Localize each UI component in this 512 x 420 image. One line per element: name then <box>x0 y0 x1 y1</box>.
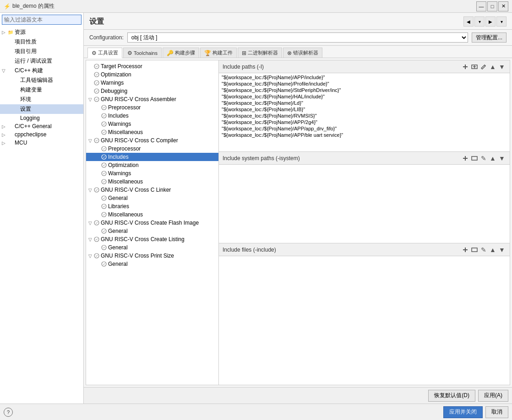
inc-path-item[interactable]: "${workspace_loc:/${ProjName}/APP/includ… <box>220 74 509 81</box>
main-container: ▷ 📁 资源 项目性质 项目引用 运行 / 调试设置 ▽ C/C++ 构建 工具… <box>0 13 512 404</box>
restore-defaults-button[interactable]: 恢复默认值(D) <box>428 390 475 402</box>
sys-add-button[interactable] <box>461 154 469 162</box>
content-tree-item-c-preprocessor[interactable]: Preprocessor <box>86 145 218 153</box>
content-tree-item-listing-general[interactable]: General <box>86 243 218 252</box>
inc-down-button[interactable]: ▼ <box>498 63 506 71</box>
left-tree-item-build-vars[interactable]: 构建变量 <box>0 85 83 95</box>
left-tree-item-env[interactable]: 环境 <box>0 95 83 104</box>
content-tree-item-warnings[interactable]: Warnings <box>86 79 218 87</box>
left-tree-item-cpp-build[interactable]: ▽ C/C++ 构建 <box>0 66 83 75</box>
tab-error-parsers[interactable]: ⊗ 错误解析器 <box>283 48 322 58</box>
content-tree-item-c-includes[interactable]: Includes <box>86 153 218 161</box>
content-tree-item-c-warnings[interactable]: Warnings <box>86 169 218 178</box>
content-tree-item-c-optimization[interactable]: Optimization <box>86 161 218 169</box>
inc-path-item[interactable]: "${workspace_loc:/${ProjName}/Ld}" <box>220 100 509 106</box>
tree-item-icon <box>7 48 14 55</box>
ct-item-label: Debugging <box>101 88 127 94</box>
content-tree-item-asm-miscellaneous[interactable]: Miscellaneous <box>86 128 218 136</box>
content-tree-item-gnu-risc-c-compiler[interactable]: ▽ GNU RISC-V Cross C Compiler <box>86 136 218 145</box>
left-tree-item-tool-chain-editor[interactable]: 工具链编辑器 <box>0 75 83 85</box>
inc-path-item[interactable]: "${workspace_loc:/${ProjName}/APP/ble ua… <box>220 132 509 138</box>
ct-item-icon <box>101 113 107 119</box>
content-tree-item-asm-warnings[interactable]: Warnings <box>86 120 218 128</box>
files-addws-button[interactable] <box>470 246 479 254</box>
files-down-button[interactable]: ▼ <box>498 246 506 254</box>
content-tree-item-asm-includes[interactable]: Includes <box>86 112 218 120</box>
files-edit-button[interactable]: ✎ <box>479 246 488 254</box>
left-tree-item-cppcheclipse[interactable]: ▷ cppcheclipse <box>0 130 83 139</box>
content-tree-item-c-miscellaneous[interactable]: Miscellaneous <box>86 178 218 186</box>
maximize-button[interactable]: □ <box>487 1 497 11</box>
tab-toolchains[interactable]: ⚙ Toolchains <box>123 48 162 58</box>
left-tree-item-cpp-general[interactable]: ▷ C/C++ General <box>0 122 83 130</box>
left-tree-item-project-props[interactable]: 项目性质 <box>0 37 83 47</box>
left-tree-item-logging[interactable]: Logging <box>0 114 83 122</box>
content-tree-item-debugging[interactable]: Debugging <box>86 87 218 95</box>
content-tree-item-gnu-risc-flash[interactable]: ▽ GNU RISC-V Cross Create Flash Image <box>86 219 218 227</box>
manage-config-button[interactable]: 管理配置... <box>472 32 507 43</box>
inc-path-item[interactable]: "${workspace_loc:/${ProjName}/LIB}" <box>220 106 509 113</box>
content-tree-item-gnu-risc-assembler[interactable]: ▽ GNU RISC-V Cross Assembler <box>86 95 218 103</box>
inc-addws-button[interactable] <box>470 63 479 71</box>
inc-path-item[interactable]: "${workspace_loc:/${ProjName}/StdPeriphD… <box>220 87 509 93</box>
apply-button[interactable]: 应用(A) <box>478 390 508 402</box>
content-tree-item-gnu-risc-print[interactable]: ▽ GNU RISC-V Cross Print Size <box>86 252 218 260</box>
left-tree-item-resources[interactable]: ▷ 📁 资源 <box>0 27 83 37</box>
nav-dropdown2-button[interactable]: ▾ <box>496 16 507 27</box>
sys-edit-button[interactable]: ✎ <box>479 154 488 162</box>
left-tree-item-settings[interactable]: 设置 <box>0 104 83 114</box>
files-up-button[interactable]: ▲ <box>489 246 497 254</box>
content-tree-item-gnu-risc-c-linker[interactable]: ▽ GNU RISC-V Cross C Linker <box>86 186 218 194</box>
sys-down-button[interactable]: ▼ <box>498 154 506 162</box>
svg-point-8 <box>102 130 106 135</box>
include-files-title: Include files (-include) <box>223 247 276 253</box>
ct-item-label: General <box>108 244 128 251</box>
sys-up-button[interactable]: ▲ <box>489 154 497 162</box>
content-tree-item-flash-general[interactable]: General <box>86 227 218 235</box>
include-sys-header: Include system paths (-isystem) ✎ ▲ ▼ <box>219 152 510 165</box>
content-tree-item-linker-general[interactable]: General <box>86 194 218 202</box>
content-tree-item-asm-preprocessor[interactable]: Preprocessor <box>86 103 218 112</box>
apply-close-button[interactable]: 应用并关闭 <box>443 406 483 418</box>
tree-item-icon: 📁 <box>7 29 14 36</box>
ct-expand-icon: ▽ <box>88 188 93 193</box>
inc-up-button[interactable]: ▲ <box>489 63 497 71</box>
inc-edit-button[interactable] <box>479 63 488 71</box>
nav-dropdown1-button[interactable]: ▾ <box>474 16 485 27</box>
inc-add-button[interactable] <box>461 63 469 71</box>
tab-build-steps[interactable]: 🔑 构建步骤 <box>163 48 199 58</box>
svg-point-12 <box>102 163 106 167</box>
inc-path-item[interactable]: "${workspace_loc:/${ProjName}/HAL/includ… <box>220 93 509 100</box>
help-button[interactable]: ? <box>4 408 13 417</box>
left-tree-item-project-ref[interactable]: 项目引用 <box>0 47 83 56</box>
content-tree-item-linker-libraries[interactable]: Libraries <box>86 202 218 210</box>
tab-build-artifacts[interactable]: 🏆 构建工件 <box>200 48 237 58</box>
left-tree-item-run-debug[interactable]: 运行 / 调试设置 <box>0 56 83 66</box>
files-add-button[interactable] <box>461 246 469 254</box>
filter-input[interactable] <box>2 15 82 25</box>
inc-path-item[interactable]: "${workspace_loc:/${ProjName}/APP/app_dr… <box>220 125 509 132</box>
inc-path-item[interactable]: "${workspace_loc:/${ProjName}/RVMSIS}" <box>220 113 509 119</box>
nav-back-button[interactable]: ◀ <box>463 16 474 27</box>
minimize-button[interactable]: — <box>476 1 486 11</box>
config-select[interactable]: obj [ 活动 ] <box>127 32 468 43</box>
inc-path-item[interactable]: "${workspace_loc:/${ProjName}/Profile/in… <box>220 81 509 87</box>
content-tree-item-optimization[interactable]: Optimization <box>86 70 218 79</box>
left-tree-item-mcu[interactable]: ▷ MCU <box>0 139 83 147</box>
content-tree-item-gnu-risc-listing[interactable]: ▽ GNU RISC-V Cross Create Listing <box>86 235 218 243</box>
ct-expand-icon: ▽ <box>88 237 93 242</box>
ct-item-label: Warnings <box>108 121 131 127</box>
content-tree-item-linker-miscellaneous[interactable]: Miscellaneous <box>86 210 218 219</box>
tab-label-binary-parsers: 二进制解析器 <box>248 49 278 56</box>
tab-binary-parsers[interactable]: ⊞ 二进制解析器 <box>238 48 282 58</box>
content-area: Target Processor Optimization Warnings <box>86 60 510 385</box>
close-button[interactable]: ✕ <box>498 1 508 11</box>
content-tree-item-target-processor[interactable]: Target Processor <box>86 62 218 70</box>
tab-tool-settings[interactable]: ⚙ 工具设置 <box>87 48 122 58</box>
ct-item-label: General <box>108 261 128 267</box>
cancel-button[interactable]: 取消 <box>485 406 508 418</box>
inc-path-item[interactable]: "${workspace_loc:/${ProjName}/APP/2g4}" <box>220 119 509 125</box>
nav-forward-button[interactable]: ▶ <box>485 16 496 27</box>
content-tree-item-print-general[interactable]: General <box>86 260 218 268</box>
sys-addws-button[interactable] <box>470 154 479 162</box>
